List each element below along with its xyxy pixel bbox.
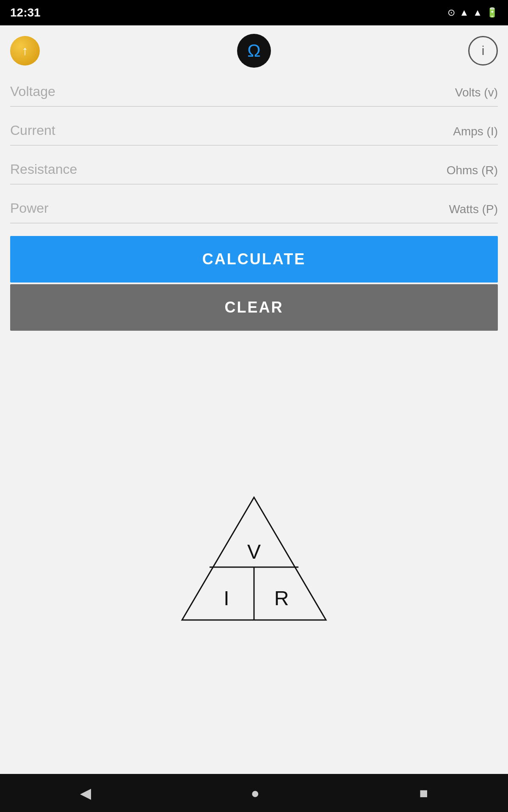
voltage-input[interactable] [10, 80, 450, 103]
current-unit: Amps (I) [453, 125, 498, 142]
recording-icon: ⊙ [447, 7, 455, 18]
signal-icon: ▲ [473, 7, 482, 18]
omega-icon: Ω [237, 34, 271, 68]
main-content: Volts (v) Amps (I) Ohms (R) Watts (P) CA… [0, 76, 508, 774]
current-row: Amps (I) [10, 119, 498, 145]
resistance-input[interactable] [10, 158, 442, 181]
calculate-button[interactable]: CALCULATE [10, 236, 498, 283]
current-label: I [224, 587, 229, 609]
resistance-label: R [274, 587, 289, 609]
home-button[interactable]: ● [251, 785, 260, 801]
omega-symbol: Ω [247, 41, 260, 61]
wifi-icon: ▲ [459, 7, 469, 18]
voltage-unit: Volts (v) [455, 86, 498, 103]
power-row: Watts (P) [10, 197, 498, 223]
status-bar: 12:31 ⊙ ▲ ▲ 🔋 [0, 0, 508, 25]
back-icon: ◀ [80, 785, 91, 801]
triangle-svg: V I R [178, 493, 330, 628]
nav-bar: ◀ ● ■ [0, 774, 508, 812]
voltage-label: V [247, 540, 261, 563]
ohms-law-diagram: V I R [10, 348, 498, 774]
home-icon: ● [251, 785, 260, 801]
arrow-up-icon: ↑ [22, 44, 28, 58]
power-input[interactable] [10, 197, 444, 219]
app-header: ↑ Ω i [0, 25, 508, 76]
battery-icon: 🔋 [486, 7, 498, 18]
back-button[interactable]: ◀ [80, 785, 91, 801]
recents-button[interactable]: ■ [420, 785, 428, 801]
info-button[interactable]: i [468, 36, 498, 66]
info-icon: i [482, 44, 485, 58]
resistance-unit: Ohms (R) [447, 164, 498, 181]
voltage-row: Volts (v) [10, 80, 498, 107]
app-left-icon[interactable]: ↑ [10, 36, 40, 66]
clear-button[interactable]: CLEAR [10, 284, 498, 331]
status-time: 12:31 [10, 6, 41, 19]
current-input[interactable] [10, 119, 448, 142]
status-icons: ⊙ ▲ ▲ 🔋 [447, 7, 498, 18]
resistance-row: Ohms (R) [10, 158, 498, 184]
recents-icon: ■ [420, 785, 428, 801]
power-unit: Watts (P) [449, 203, 498, 219]
